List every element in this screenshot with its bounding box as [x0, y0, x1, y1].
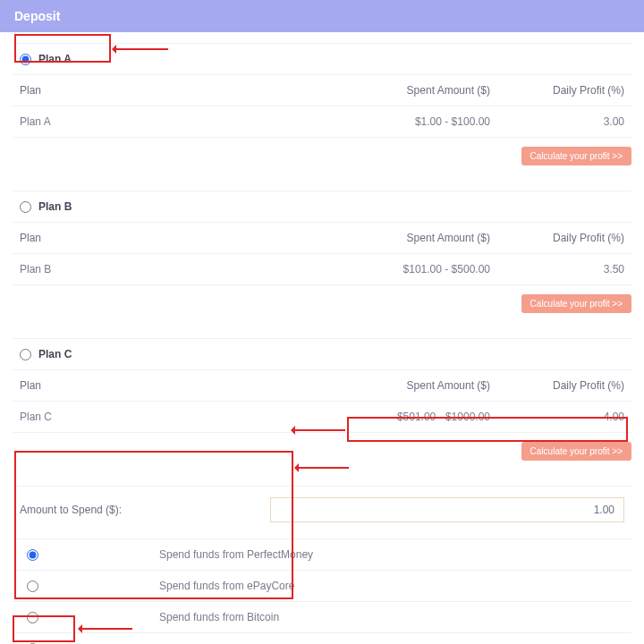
plan-c-radio-row[interactable]: Plan C — [13, 338, 631, 370]
plan-a-cell-range: $1.00 - $100.00 — [338, 115, 490, 128]
plan-c-radio[interactable] — [20, 349, 31, 360]
calc-button-b[interactable]: Calculate your profit >> — [521, 294, 631, 313]
fund-list: Spend funds from PerfectMoney Spend fund… — [13, 538, 631, 644]
fund-radio-epaycore[interactable] — [27, 580, 38, 592]
plan-a-data-row: Plan A $1.00 - $100.00 3.00 — [13, 106, 631, 138]
fund-radio-perfectmoney[interactable] — [27, 549, 38, 561]
amount-row: Amount to Spend ($): — [13, 486, 631, 533]
plan-b-name: Plan B — [38, 200, 72, 213]
plan-b-radio-row[interactable]: Plan B — [13, 191, 631, 223]
fund-row-litecoin[interactable]: Spend funds from Litecoin — [13, 633, 631, 644]
plan-a-radio-row[interactable]: Plan A — [13, 43, 631, 75]
page-header: Deposit — [0, 0, 644, 32]
plan-c-name: Plan C — [38, 348, 72, 360]
col-spent: Spent Amount ($) — [338, 84, 490, 97]
fund-radio-bitcoin[interactable] — [27, 612, 38, 623]
col-plan: Plan — [20, 84, 338, 97]
calc-button-c[interactable]: Calculate your profit >> — [521, 442, 631, 461]
plan-a-name: Plan A — [38, 53, 72, 65]
amount-label: Amount to Spend ($): — [20, 504, 252, 516]
plan-a-cell-name: Plan A — [20, 115, 338, 128]
fund-row-epaycore[interactable]: Spend funds from ePayCore — [13, 571, 631, 602]
fund-row-bitcoin[interactable]: Spend funds from Bitcoin — [13, 602, 631, 633]
plan-a-cell-profit: 3.00 — [490, 115, 624, 128]
fund-label-perfectmoney: Spend funds from PerfectMoney — [159, 548, 313, 561]
plan-b-data-row: Plan B $101.00 - $500.00 3.50 — [13, 254, 631, 285]
col-profit: Daily Profit (%) — [490, 84, 624, 97]
fund-row-perfectmoney[interactable]: Spend funds from PerfectMoney — [13, 538, 631, 571]
plan-block-b: Plan B Plan Spent Amount ($) Daily Profi… — [13, 191, 631, 313]
content: Plan A Plan Spent Amount ($) Daily Profi… — [0, 32, 644, 644]
calc-button-a[interactable]: Calculate your profit >> — [521, 147, 631, 165]
plan-a-calc-wrap: Calculate your profit >> — [13, 138, 631, 165]
plan-a-header-row: Plan Spent Amount ($) Daily Profit (%) — [13, 75, 631, 106]
plan-b-header-row: Plan Spent Amount ($) Daily Profit (%) — [13, 223, 631, 254]
fund-label-epaycore: Spend funds from ePayCore — [159, 580, 294, 592]
page-title: Deposit — [14, 9, 60, 23]
plan-c-data-row: Plan C $501.00 - $1000.00 4.00 — [13, 402, 631, 433]
plan-b-radio[interactable] — [20, 201, 31, 213]
plan-c-header-row: Plan Spent Amount ($) Daily Profit (%) — [13, 370, 631, 402]
plan-block-c: Plan C Plan Spent Amount ($) Daily Profi… — [13, 338, 631, 461]
plan-a-radio[interactable] — [20, 54, 31, 65]
amount-input[interactable] — [270, 497, 624, 522]
plan-block-a: Plan A Plan Spent Amount ($) Daily Profi… — [13, 43, 631, 165]
fund-label-bitcoin: Spend funds from Bitcoin — [159, 611, 279, 623]
